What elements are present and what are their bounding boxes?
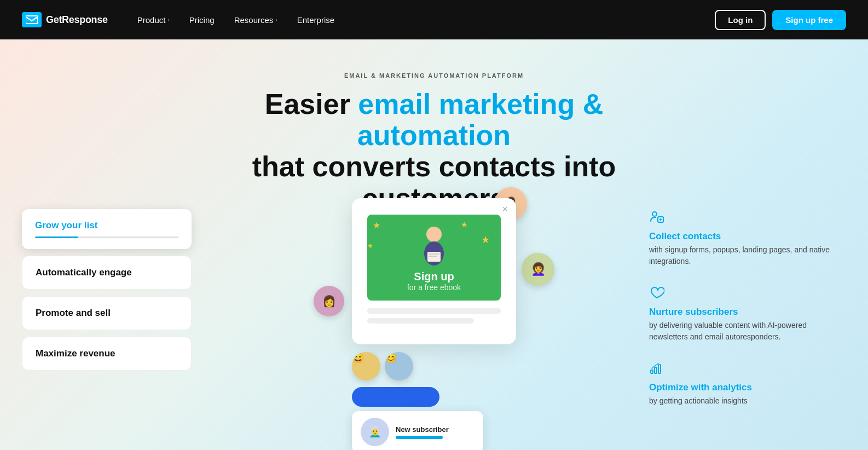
nav-enterprise[interactable]: Enterprise — [290, 11, 342, 29]
logo-text: GetResponse — [46, 14, 108, 26]
new-subscriber-avatar: 👨‍🦳 — [361, 418, 389, 446]
new-subscriber-info: New subscriber — [396, 425, 474, 439]
navigation: GetResponse Product › Pricing Resources … — [0, 0, 868, 39]
center-illustration: 👨‍💼 👩 👩‍🦱 ✕ ★ ★ ★ ★ — [319, 198, 549, 450]
svg-rect-5 — [429, 256, 437, 257]
star-2-icon: ★ — [367, 242, 373, 250]
svg-rect-0 — [26, 16, 38, 24]
svg-point-1 — [426, 227, 442, 242]
product-chevron-icon: › — [167, 17, 169, 23]
logo[interactable]: GetResponse — [22, 12, 108, 27]
signup-input-2 — [367, 318, 474, 324]
svg-rect-9 — [655, 367, 657, 373]
hero-title-plain: Easier — [265, 88, 358, 120]
panel-item-promote[interactable]: Promote and sell — [22, 296, 192, 330]
new-subscriber-label: New subscriber — [396, 425, 474, 434]
panel-item-grow-title: Grow your list — [35, 220, 178, 231]
hero-title: Easier email marketing & automation that… — [188, 89, 680, 214]
signup-card-sub: for a free ebook — [376, 283, 492, 292]
login-button[interactable]: Log in — [715, 10, 766, 30]
signup-card: ✕ ★ ★ ★ ★ — [352, 198, 516, 344]
new-subscriber-card: 👨‍🦳 New subscriber — [352, 411, 483, 450]
nav-resources[interactable]: Resources › — [227, 11, 285, 29]
nav-actions: Log in Sign up free — [715, 10, 846, 30]
panel-item-promote-title: Promote and sell — [36, 308, 178, 319]
panel-item-grow[interactable]: Grow your list — [22, 209, 192, 249]
feature-optimize-desc: by getting actionable insights — [649, 395, 846, 407]
nurture-subscribers-icon — [649, 285, 846, 303]
hero-section: EMAIL & MARKETING AUTOMATION PLATFORM Ea… — [0, 39, 868, 450]
close-icon[interactable]: ✕ — [502, 205, 508, 214]
avatar-left-middle: 👩 — [314, 286, 344, 316]
panel-item-maximize-title: Maximize revenue — [36, 348, 178, 359]
new-subscriber-bar — [396, 436, 443, 439]
hero-content: EMAIL & MARKETING AUTOMATION PLATFORM Ea… — [0, 39, 868, 214]
star-4-icon: ★ — [481, 234, 490, 246]
feature-collect-title: Collect contacts — [649, 231, 846, 242]
feature-optimize: Optimize with analytics by getting actio… — [649, 360, 846, 407]
feature-collect: Collect contacts with signup forms, popu… — [649, 209, 846, 267]
nav-product[interactable]: Product › — [130, 11, 177, 29]
feature-collect-desc: with signup forms, popups, landing pages… — [649, 244, 846, 267]
feature-nurture-title: Nurture subscribers — [649, 307, 846, 318]
svg-point-6 — [652, 212, 657, 216]
feature-nurture: Nurture subscribers by delivering valuab… — [649, 285, 846, 343]
avatar-bottom-left1: 😄 — [352, 352, 380, 380]
feature-optimize-title: Optimize with analytics — [649, 382, 846, 393]
signup-card-title: Sign up — [376, 270, 492, 283]
hero-title-blue: email marketing & automation — [357, 88, 603, 151]
hero-label: EMAIL & MARKETING AUTOMATION PLATFORM — [0, 72, 868, 79]
progress-fill — [35, 236, 78, 238]
svg-rect-8 — [651, 370, 653, 373]
nav-pricing[interactable]: Pricing — [182, 11, 222, 29]
avatar-right-middle: 👩‍🦱 — [522, 253, 554, 286]
star-1-icon: ★ — [373, 220, 380, 230]
signup-input-1 — [367, 308, 501, 314]
right-panel: Collect contacts with signup forms, popu… — [649, 209, 846, 424]
avatar-bottom-left2: 😊 — [385, 352, 413, 380]
chat-bubble — [352, 387, 439, 407]
feature-nurture-desc: by delivering valuable content with AI-p… — [649, 320, 846, 343]
panel-item-grow-progress — [35, 236, 178, 238]
collect-contacts-icon — [649, 209, 846, 228]
svg-rect-4 — [429, 253, 439, 255]
panel-item-engage-title: Automatically engage — [36, 267, 178, 278]
panel-item-engage[interactable]: Automatically engage — [22, 256, 192, 290]
logo-icon — [22, 12, 42, 27]
resources-chevron-icon: › — [275, 17, 277, 23]
nav-links: Product › Pricing Resources › Enterprise — [130, 11, 715, 29]
panel-item-maximize[interactable]: Maximize revenue — [22, 337, 192, 371]
subscriber-cards: 😄 😊 👨‍🦳 New subscriber 🧑 Current subscri… — [352, 352, 582, 450]
signup-card-header: ★ ★ ★ ★ Sign u — [367, 215, 501, 301]
svg-rect-10 — [658, 365, 661, 373]
card-person-illustration — [416, 223, 452, 267]
left-panel: Grow your list Automatically engage Prom… — [22, 209, 192, 377]
optimize-analytics-icon — [649, 360, 846, 379]
star-3-icon: ★ — [461, 220, 468, 229]
signup-button[interactable]: Sign up free — [772, 10, 846, 30]
